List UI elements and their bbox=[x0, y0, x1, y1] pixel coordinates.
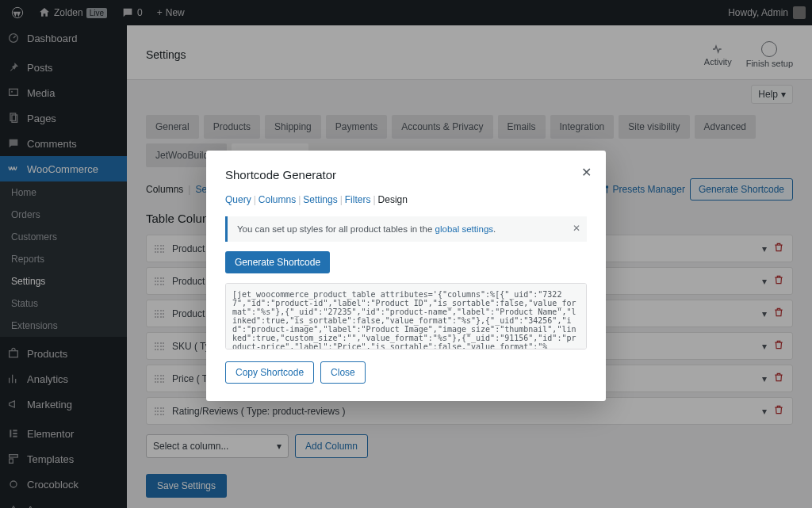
info-notice: You can set up styles for all product ta… bbox=[225, 216, 587, 242]
shortcode-generator-modal: Shortcode Generator ✕ Query | Columns | … bbox=[206, 151, 606, 401]
generate-shortcode-button[interactable]: Generate Shortcode bbox=[225, 251, 330, 273]
shortcode-output[interactable] bbox=[225, 283, 587, 349]
modal-title: Shortcode Generator bbox=[225, 168, 587, 181]
modal-tab-query[interactable]: Query bbox=[225, 194, 251, 205]
global-settings-link[interactable]: global settings bbox=[435, 224, 494, 234]
close-button[interactable]: Close bbox=[320, 361, 366, 384]
modal-tab-columns[interactable]: Columns bbox=[259, 194, 296, 205]
dismiss-notice-icon[interactable]: ✕ bbox=[573, 223, 580, 234]
modal-tab-settings[interactable]: Settings bbox=[303, 194, 337, 205]
close-icon[interactable]: ✕ bbox=[581, 165, 592, 180]
copy-shortcode-button[interactable]: Copy Shortcode bbox=[225, 361, 314, 384]
modal-tab-design: Design bbox=[378, 194, 408, 205]
modal-tab-filters[interactable]: Filters bbox=[345, 194, 371, 205]
modal-tabs: Query | Columns | Settings | Filters | D… bbox=[225, 194, 587, 205]
modal-overlay[interactable]: Shortcode Generator ✕ Query | Columns | … bbox=[0, 0, 812, 508]
